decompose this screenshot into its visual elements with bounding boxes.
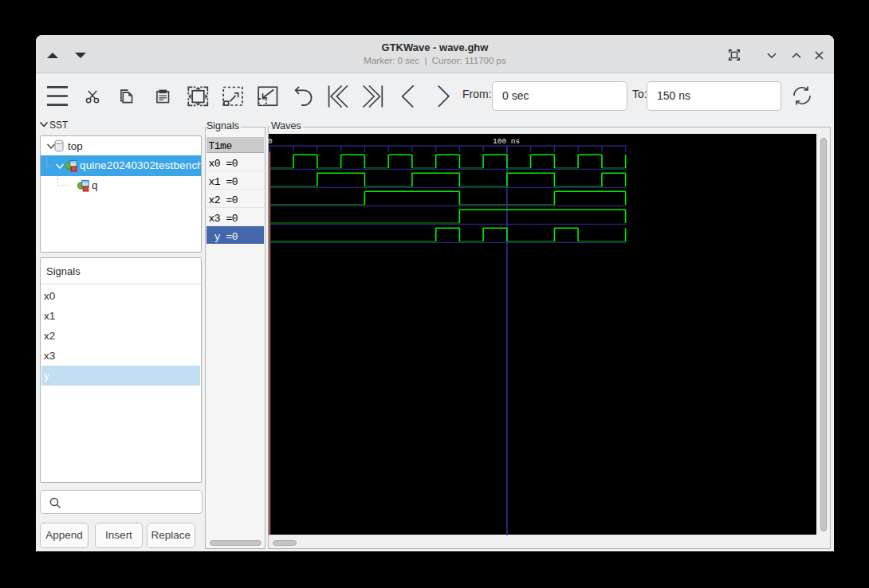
svg-text:0: 0 <box>269 137 273 146</box>
svg-text:100 ns: 100 ns <box>493 137 520 146</box>
